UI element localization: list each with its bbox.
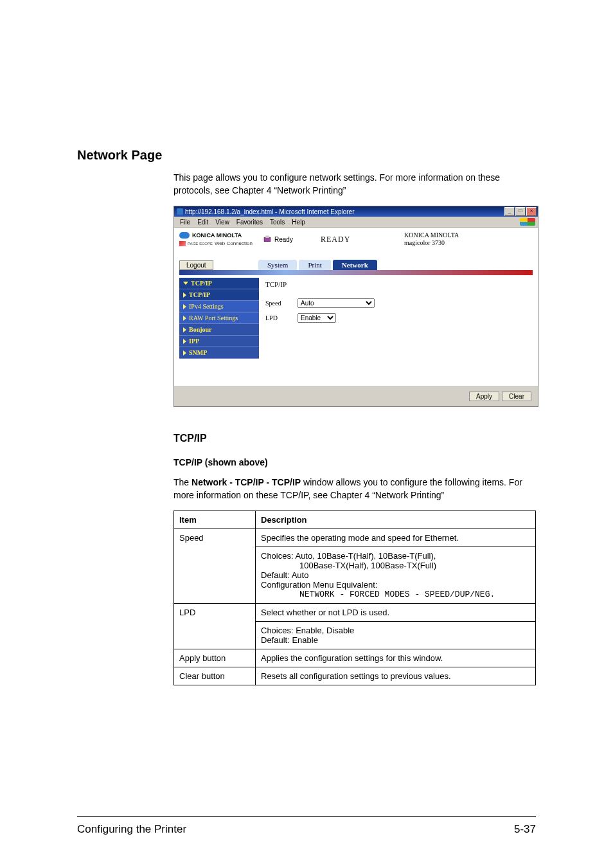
section-heading-tcpip: TCP/IP: [173, 433, 536, 444]
triangle-icon: [183, 327, 186, 332]
close-button[interactable]: ×: [526, 207, 537, 216]
sidebar: TCP/IP TCP/IP IPv4 Settings RAW Port Set…: [179, 278, 259, 379]
lpd-label: LPD: [265, 314, 298, 321]
menu-view[interactable]: View: [212, 219, 233, 226]
title-bar: http://192.168.1.2/a_index.html - Micros…: [174, 206, 538, 217]
svg-rect-0: [264, 237, 271, 241]
chevron-down-icon: [183, 282, 188, 285]
sidebar-item-raw[interactable]: RAW Port Settings: [179, 312, 259, 324]
table-row: LPD Select whether or not LPD is used.: [174, 604, 536, 622]
ie-icon: [177, 208, 183, 215]
tab-system[interactable]: System: [258, 260, 297, 270]
speed-select[interactable]: Auto: [298, 298, 375, 308]
logout-button[interactable]: Logout: [179, 260, 213, 270]
ready-text: READY: [321, 235, 404, 244]
table-row: Clear button Resets all configuration se…: [174, 667, 536, 685]
sidebar-group-tcpip[interactable]: TCP/IP: [179, 278, 259, 289]
tab-gradient-bar: [179, 270, 533, 275]
description-table: Item Description Speed Specifies the ope…: [173, 511, 536, 685]
button-row: Apply Clear: [174, 386, 538, 406]
menu-file[interactable]: File: [177, 219, 193, 226]
apply-button[interactable]: Apply: [469, 392, 499, 401]
device-name: KONICA MINOLTA magicolor 3730: [404, 231, 459, 247]
pagescope-icon: [179, 241, 186, 246]
triangle-icon: [183, 350, 186, 356]
footer-rule: [77, 816, 536, 817]
col-item: Item: [174, 511, 256, 529]
section-caption-tcpip-shown: TCP/IP (shown above): [173, 457, 536, 467]
sidebar-item-bonjour[interactable]: Bonjour: [179, 324, 259, 336]
table-row: Speed Specifies the operating mode and s…: [174, 529, 536, 547]
col-description: Description: [256, 511, 536, 529]
table-row: Apply button Applies the configuration s…: [174, 649, 536, 667]
tab-network[interactable]: Network: [333, 260, 377, 270]
web-connection-label: PAGE SCOPE Web Connection: [179, 240, 263, 246]
intro-text: This page allows you to configure networ…: [173, 172, 536, 197]
sidebar-item-ipp[interactable]: IPP: [179, 336, 259, 347]
menu-favorites[interactable]: Favorites: [233, 219, 266, 226]
status-text: Ready: [274, 236, 293, 243]
triangle-icon: [183, 316, 186, 321]
brand-logo: KONICA MINOLTA: [179, 232, 263, 239]
sidebar-item-ipv4[interactable]: IPv4 Settings: [179, 301, 259, 312]
triangle-icon: [183, 339, 186, 344]
triangle-icon: [183, 304, 186, 309]
tab-print[interactable]: Print: [299, 260, 330, 270]
minimize-button[interactable]: _: [504, 207, 515, 216]
lpd-select[interactable]: Enable: [298, 313, 336, 323]
sidebar-item-snmp[interactable]: SNMP: [179, 347, 259, 359]
footer-right: 5-37: [514, 823, 536, 836]
section-description: The Network - TCP/IP - TCP/IP window all…: [173, 476, 536, 502]
svg-rect-1: [265, 236, 269, 239]
content-pane: TCP/IP Speed Auto LPD Enable: [259, 278, 533, 379]
screenshot-container: http://192.168.1.2/a_index.html - Micros…: [173, 206, 536, 407]
sidebar-item-tcpip[interactable]: TCP/IP: [179, 289, 259, 301]
pane-title: TCP/IP: [265, 280, 526, 288]
windows-flag-icon: [520, 218, 535, 226]
window-title: http://192.168.1.2/a_index.html - Micros…: [185, 208, 354, 215]
menu-help[interactable]: Help: [289, 219, 308, 226]
menu-bar: File Edit View Favorites Tools Help: [174, 217, 538, 228]
browser-window: http://192.168.1.2/a_index.html - Micros…: [173, 206, 538, 407]
clear-button[interactable]: Clear: [502, 392, 531, 401]
menu-tools[interactable]: Tools: [267, 219, 288, 226]
menu-edit[interactable]: Edit: [194, 219, 211, 226]
page-heading: Network Page: [77, 148, 536, 163]
km-logo-icon: [179, 232, 190, 239]
footer-left: Configuring the Printer: [77, 823, 186, 836]
maximize-button[interactable]: □: [515, 207, 526, 216]
printer-status-icon: [263, 235, 272, 244]
speed-label: Speed: [265, 300, 298, 307]
triangle-icon: [183, 293, 186, 298]
